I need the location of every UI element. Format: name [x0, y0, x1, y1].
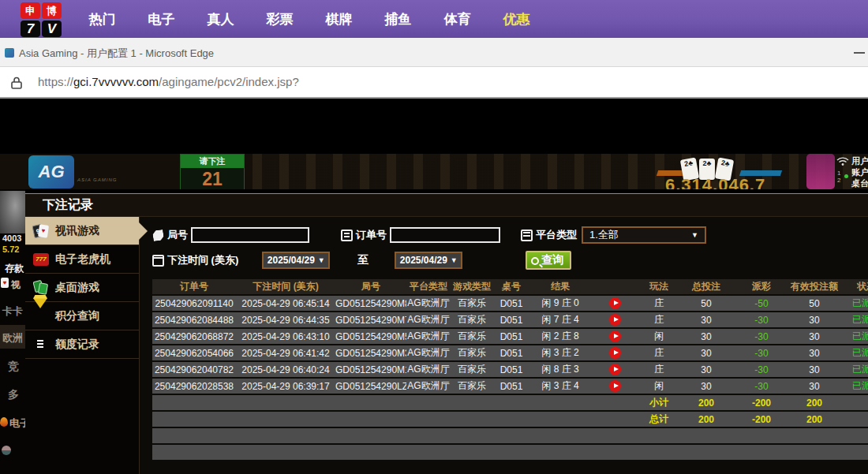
cell-valid: 30 [790, 329, 839, 344]
minimize-button[interactable] [854, 52, 865, 54]
sidebar-item-label: 额度记录 [55, 338, 99, 352]
round-number-input[interactable] [191, 227, 309, 243]
replay-button[interactable] [609, 380, 621, 392]
replay-cell [591, 296, 638, 311]
slot-777-icon: 777 [33, 252, 49, 267]
cell-valid: 30 [790, 362, 839, 377]
nav-item-promo[interactable]: 优惠 [487, 10, 546, 28]
cell-time: 2025-04-29 06:39:17 [236, 379, 335, 394]
table-header-row: 订单号 下注时间 (美东) 局号 平台类型 游戏类型 桌号 结果 玩法 总投注 … [152, 279, 868, 294]
col-valid: 有效投注额 [790, 279, 839, 294]
calendar-icon [152, 255, 164, 267]
sidebar-item-points[interactable]: 积分查询 [25, 302, 139, 330]
col-status: 状态 [839, 279, 868, 294]
grandtotal-label: 总计 [638, 412, 679, 427]
modal-sidebar: 9♥ 视讯游戏 777 电子老虎机 桌面游戏 积分查询 额度记录 [25, 217, 140, 474]
cell-table: D051 [493, 362, 529, 377]
platform-type-select[interactable]: 1.全部 ▼ [582, 226, 706, 244]
slots-tab-fragment[interactable]: 电子 [9, 416, 25, 431]
nav-item-sports[interactable]: 体育 [428, 10, 487, 28]
subtotal-label: 小计 [638, 395, 679, 410]
replay-button[interactable] [609, 364, 621, 375]
jing-tab-fragment[interactable]: 竞 [8, 360, 19, 374]
cell-time: 2025-04-29 06:44:35 [236, 312, 335, 327]
duo-tab-fragment[interactable]: 多 [8, 388, 19, 402]
cell-order: 250429062040782 [152, 362, 236, 377]
cell-platform: AG欧洲厅 [406, 329, 451, 344]
nav-item-slots[interactable]: 电子 [132, 10, 191, 28]
kaka-fragment[interactable]: 卡卡 [2, 304, 23, 319]
favicon-icon [5, 48, 14, 58]
cell-game: 百家乐 [451, 345, 493, 360]
cell-result: 闲 2 庄 8 [529, 329, 591, 344]
background-left-strip: 4003 5.72 存款 ♥ 视 卡卡 欧洲 竞 多 电子 [0, 189, 25, 474]
cell-game: 百家乐 [451, 362, 493, 377]
bet-records-modal: 下注记录 9♥ 视讯游戏 777 电子老虎机 桌面游戏 积分查询 [25, 193, 868, 474]
flame-icon [0, 417, 8, 427]
cell-side: 庄 [638, 345, 679, 360]
cell-payout: -30 [733, 379, 790, 394]
cell-status: 已派彩 [839, 296, 868, 311]
logo-tile: 申 [21, 2, 40, 19]
cell-order: 250429062068872 [152, 329, 236, 344]
cell-platform: AG欧洲厅 [406, 296, 451, 311]
cell-status: 已派彩 [839, 312, 868, 327]
sidebar-item-slots[interactable]: 777 电子老虎机 [25, 245, 139, 274]
site-logo[interactable]: 申 博 7 V [21, 2, 63, 39]
replay-button[interactable] [609, 347, 621, 359]
europe-tab-fragment[interactable]: 欧洲 [2, 331, 23, 345]
col-bet: 总投注 [679, 279, 733, 294]
username-label: 用户名 [851, 155, 868, 166]
cell-order: 250429062091140 [152, 296, 236, 311]
col-payout: 派彩 [733, 279, 790, 294]
cell-time: 2025-04-29 06:45:14 [236, 296, 335, 311]
chevron-down-icon: ▼ [451, 256, 458, 264]
date-to-select[interactable]: 2025/04/29 ▼ [395, 252, 462, 269]
url-input[interactable]: https://gci.7vvvvvv.com/agingame/pcv2/in… [38, 75, 299, 88]
window-title: Asia Gaming - 用户配置 1 - Microsoft Edge [19, 47, 214, 61]
nav-item-board[interactable]: 棋牌 [309, 10, 369, 28]
col-order: 订单号 [152, 279, 236, 294]
bet-row: 2504290620844882025-04-29 06:44:35GD0512… [152, 312, 868, 327]
cell-time: 2025-04-29 06:43:10 [236, 329, 335, 344]
points-fragment: 4003 [2, 233, 21, 243]
cell-game: 百家乐 [451, 379, 493, 394]
sidebar-item-quota-records[interactable]: 额度记录 [25, 330, 139, 359]
video-tab-fragment[interactable]: 视 [11, 278, 21, 292]
nav-item-live[interactable]: 真人 [191, 10, 250, 28]
cell-platform: AG欧洲厅 [406, 379, 451, 394]
bet-countdown-panel: 请下注 21 [180, 154, 245, 189]
deposit-button-fragment[interactable]: 存款 [5, 262, 24, 275]
nav-item-lottery[interactable]: 彩票 [250, 10, 309, 28]
site-nav-bar: 申 博 7 V 热门 电子 真人 彩票 棋牌 捕鱼 体育 优惠 [0, 0, 868, 38]
cell-game: 百家乐 [451, 312, 493, 327]
cell-status: 已派彩 [839, 379, 868, 394]
order-number-label: 订单号 [341, 228, 387, 242]
cell-order: 250429062084488 [152, 312, 236, 327]
cell-valid: 50 [790, 296, 839, 311]
replay-button[interactable] [609, 297, 621, 309]
cell-bet: 30 [679, 329, 733, 344]
subtotal-bet: 200 [679, 395, 733, 410]
replay-button[interactable] [609, 330, 621, 342]
cell-status: 已派彩 [839, 345, 868, 360]
sidebar-item-live-games[interactable]: 9♥ 视讯游戏 [25, 217, 139, 245]
table-index-list: 12 [837, 170, 840, 184]
cell-time: 2025-04-29 06:40:24 [236, 362, 335, 377]
cell-status: 已派彩 [839, 362, 868, 377]
jackpot-value: 6,314,046.7 [665, 175, 765, 189]
nav-item-fishing[interactable]: 捕鱼 [369, 10, 428, 28]
bet-row: 2504290620540662025-04-29 06:41:42GD0512… [152, 345, 868, 360]
cell-result: 闲 7 庄 4 [529, 312, 591, 327]
search-button[interactable]: 查询 [526, 251, 571, 270]
date-from-select[interactable]: 2025/04/29 ▼ [262, 252, 330, 269]
nav-item-hot[interactable]: 热门 [73, 10, 132, 28]
cell-side: 庄 [638, 296, 679, 311]
bet-row: 2504290620911402025-04-29 06:45:14GD0512… [152, 296, 868, 311]
cell-table: D051 [493, 329, 529, 344]
replay-button[interactable] [609, 314, 621, 326]
order-number-input[interactable] [390, 227, 500, 243]
cell-game: 百家乐 [451, 296, 493, 311]
subtotal-valid: 200 [790, 395, 839, 410]
cell-order: 250429062054066 [152, 345, 236, 360]
